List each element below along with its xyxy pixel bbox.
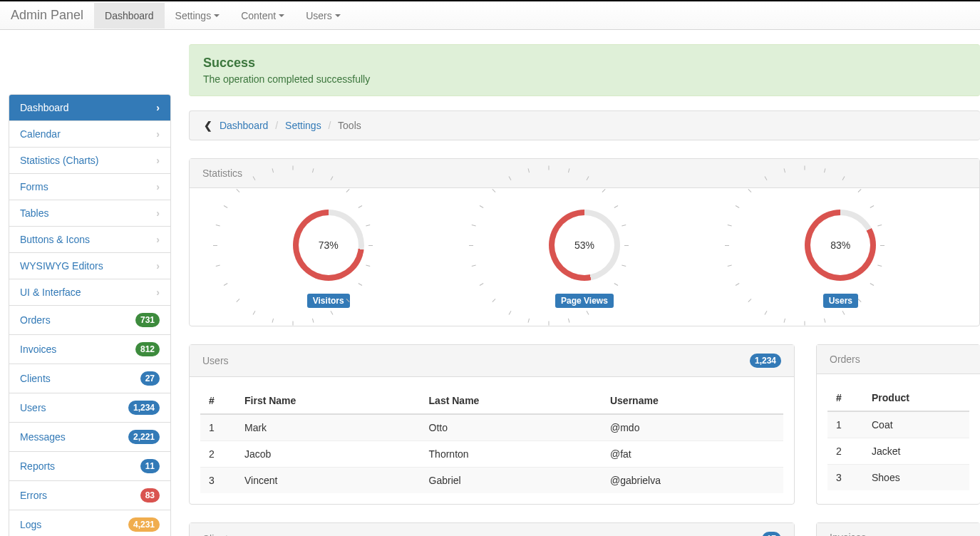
chevron-right-icon: ›: [156, 128, 160, 140]
breadcrumb-current: Tools: [338, 120, 361, 131]
chevron-right-icon: ›: [156, 260, 160, 272]
statistics-panel: Statistics 73%Visitors53%Page Views83%Us…: [189, 158, 980, 326]
invoices-panel: Invoices: [816, 522, 980, 536]
panel-title: Invoices: [830, 532, 866, 536]
sidebar-item-label: Logs: [20, 519, 41, 530]
orders-panel: Orders #Product 1Coat2Jacket3Shoes: [816, 344, 980, 505]
breadcrumb-link[interactable]: Settings: [285, 120, 321, 131]
users-table: #First NameLast NameUsername 1MarkOtto@m…: [200, 388, 783, 493]
sidebar-item-label: UI & Interface: [20, 287, 81, 298]
sidebar-item-label: Dashboard: [20, 102, 69, 113]
sidebar-badge: 731: [135, 313, 160, 327]
sidebar-item-label: Tables: [20, 207, 48, 219]
sidebar-item[interactable]: WYSIWYG Editors›: [9, 253, 170, 279]
column-header: #: [827, 385, 863, 411]
sidebar-item[interactable]: Logs4,231: [9, 510, 170, 536]
chevron-right-icon: ›: [156, 207, 160, 219]
sidebar-badge: 83: [140, 488, 160, 502]
sidebar-item-label: Orders: [20, 314, 51, 326]
alert-success: Success The operation completed successf…: [189, 44, 980, 96]
table-row[interactable]: 2JacobThornton@fat: [200, 441, 783, 468]
sidebar-badge: 4,231: [128, 517, 160, 532]
panel-title: Statistics: [202, 168, 242, 179]
chevron-right-icon: ›: [156, 234, 160, 245]
sidebar-item-label: Users: [20, 402, 46, 413]
alert-text: The operation completed successfully: [203, 73, 966, 85]
clients-count-badge: 17: [762, 532, 781, 536]
column-header: Product: [863, 385, 969, 411]
sidebar-badge: 812: [135, 342, 160, 356]
sidebar-item[interactable]: Buttons & Icons›: [9, 227, 170, 253]
orders-table: #Product 1Coat2Jacket3Shoes: [827, 385, 969, 490]
sidebar-badge: 27: [140, 371, 160, 386]
caret-down-icon: [279, 14, 284, 17]
sidebar-item-label: Errors: [20, 490, 47, 501]
chevron-right-icon: ›: [156, 181, 160, 192]
dial: 53%Page Views: [549, 210, 620, 308]
dial: 73%Visitors: [293, 210, 364, 308]
alert-title: Success: [203, 56, 966, 71]
caret-down-icon: [335, 14, 341, 17]
breadcrumb-link[interactable]: Dashboard: [220, 120, 269, 131]
sidebar: Dashboard›Calendar›Statistics (Charts)›F…: [9, 94, 171, 536]
sidebar-item[interactable]: Users1,234: [9, 393, 170, 423]
panel-title: Users: [202, 355, 229, 366]
sidebar-item-label: Reports: [20, 460, 55, 472]
sidebar-item-label: Buttons & Icons: [20, 234, 90, 245]
sidebar-item[interactable]: Errors83: [9, 481, 170, 510]
panel-title: Orders: [830, 354, 860, 365]
table-row[interactable]: 1MarkOtto@mdo: [200, 414, 783, 441]
topnav-item[interactable]: Users: [295, 3, 351, 29]
chevron-left-icon[interactable]: ❮: [204, 120, 212, 131]
sidebar-item[interactable]: Reports11: [9, 452, 170, 481]
sidebar-item[interactable]: UI & Interface›: [9, 279, 170, 306]
table-row[interactable]: 2Jacket: [827, 438, 969, 465]
sidebar-item[interactable]: Clients27: [9, 364, 170, 393]
topnav-item[interactable]: Settings: [165, 3, 231, 29]
sidebar-item[interactable]: Dashboard›: [9, 95, 170, 121]
sidebar-item-label: Messages: [20, 431, 66, 443]
sidebar-item[interactable]: Messages2,221: [9, 423, 170, 452]
dial: 83%Users: [805, 210, 876, 308]
sidebar-item-label: Statistics (Charts): [20, 155, 98, 166]
dial-name-badge: Users: [823, 294, 858, 308]
panel-title: Clients: [202, 533, 233, 536]
table-row[interactable]: 3VincentGabriel@gabrielva: [200, 468, 783, 494]
chevron-right-icon: ›: [156, 102, 160, 113]
sidebar-item[interactable]: Statistics (Charts)›: [9, 148, 170, 174]
clients-panel: Clients 17: [189, 522, 795, 536]
breadcrumb: ❮ Dashboard / Settings / Tools: [189, 110, 980, 140]
chevron-right-icon: ›: [156, 287, 160, 298]
column-header: Last Name: [421, 388, 602, 414]
users-panel: Users 1,234 #First NameLast NameUsername…: [189, 344, 795, 505]
dial-value: 73%: [293, 210, 364, 281]
topnav-item[interactable]: Content: [230, 3, 295, 29]
dial-value: 83%: [805, 210, 876, 281]
table-row[interactable]: 1Coat: [827, 411, 969, 438]
topnav-item[interactable]: Dashboard: [94, 3, 165, 29]
sidebar-item[interactable]: Calendar›: [9, 121, 170, 148]
dial-value: 53%: [549, 210, 620, 281]
sidebar-badge: 11: [140, 459, 160, 473]
column-header: Username: [602, 388, 783, 414]
sidebar-item-label: WYSIWYG Editors: [20, 260, 103, 272]
sidebar-item-label: Invoices: [20, 344, 56, 355]
sidebar-item[interactable]: Forms›: [9, 174, 170, 200]
chevron-right-icon: ›: [156, 155, 160, 166]
sidebar-item-label: Calendar: [20, 128, 61, 140]
column-header: First Name: [236, 388, 421, 414]
sidebar-badge: 2,221: [128, 430, 160, 444]
top-navbar: Admin Panel DashboardSettingsContentUser…: [0, 1, 980, 30]
sidebar-item-label: Clients: [20, 373, 51, 384]
sidebar-item[interactable]: Invoices812: [9, 335, 170, 364]
column-header: #: [200, 388, 236, 414]
sidebar-item-label: Forms: [20, 181, 48, 192]
table-row[interactable]: 3Shoes: [827, 465, 969, 491]
sidebar-item[interactable]: Orders731: [9, 306, 170, 335]
caret-down-icon: [214, 14, 220, 17]
users-count-badge: 1,234: [750, 354, 781, 368]
dial-name-badge: Visitors: [307, 294, 350, 308]
sidebar-badge: 1,234: [128, 401, 160, 415]
brand[interactable]: Admin Panel: [11, 8, 94, 23]
sidebar-item[interactable]: Tables›: [9, 200, 170, 227]
